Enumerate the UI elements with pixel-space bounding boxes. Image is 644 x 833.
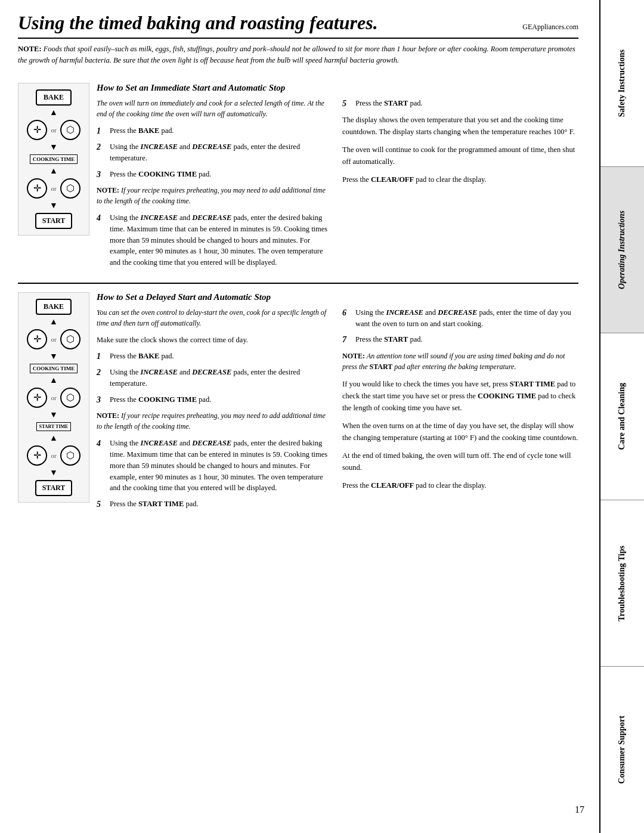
note-2-2: NOTE: An attention tone will sound if yo…	[342, 351, 578, 372]
note-1-1: NOTE: If your recipe requires preheating…	[97, 185, 333, 206]
plus-circle-1: ✛	[27, 120, 47, 140]
step-2-5: 5 Press the START TIME pad.	[97, 498, 333, 510]
right-para-1-1: The display shows the oven temperature t…	[342, 114, 578, 138]
step-2-1: 1 Press the BAKE pad.	[97, 351, 333, 363]
section2-intro: You can set the oven control to delay-st…	[97, 307, 333, 329]
plus-circle-4: ✛	[27, 388, 47, 408]
section1-intro: The oven will turn on immediately and co…	[97, 98, 333, 119]
step-2-6: 6 Using the INCREASE and DECREASE pads, …	[342, 307, 578, 330]
up-arrow-2: ▲	[49, 167, 58, 175]
minus-circle-5: ⬡	[60, 445, 80, 466]
step-1-4: 4 Using the INCREASE and DECREASE pads, …	[97, 212, 333, 268]
section-immediate-start: BAKE ▲ ✛ or ⬡ ▼ COOKING TIME ▲ ✛ or ⬡ ▼ …	[18, 76, 578, 273]
or-text-5: or	[51, 452, 56, 459]
page-title: Using the timed baking and roasting feat…	[18, 12, 378, 34]
sidebar-section-care: Care and Cleaning	[600, 333, 644, 500]
step-1-1: 1 Press the BAKE pad.	[97, 125, 333, 137]
down-arrow-3: ▼	[49, 352, 58, 361]
sidebar-label-consumer: Consumer Support	[617, 716, 627, 784]
down-arrow-1: ▼	[49, 143, 58, 151]
step-2-7: 7 Press the START pad.	[342, 334, 578, 346]
section1-title: How to Set an Immediate Start and Automa…	[97, 83, 578, 93]
right-para-2-3: At the end of timed baking, the oven wil…	[342, 450, 578, 473]
plus-circle-3: ✛	[27, 329, 47, 349]
start-button-diagram-2: START	[35, 480, 73, 496]
plus-circle-5: ✛	[27, 445, 47, 466]
main-note: NOTE: Foods that spoil easily–such as mi…	[18, 44, 578, 66]
note-label: NOTE:	[18, 45, 42, 53]
section1-body: How to Set an Immediate Start and Automa…	[97, 83, 578, 273]
bake-button-diagram: BAKE	[36, 89, 72, 106]
note-2-1: NOTE: If your recipe requires preheating…	[97, 410, 333, 432]
sidebar-section-safety: Safety Instructions	[600, 0, 644, 167]
right-para-1-3: Press the CLEAR/OFF pad to clear the dis…	[342, 174, 578, 185]
sidebar-section-operating: Operating Instructions	[600, 167, 644, 334]
make-sure-text: Make sure the clock shows the correct ti…	[97, 335, 333, 346]
up-arrow-1: ▲	[49, 109, 58, 117]
up-arrow-3: ▲	[49, 318, 58, 326]
cooking-time-diagram-2: COOKING TIME	[30, 364, 78, 373]
or-text-1: or	[51, 126, 56, 134]
arrows-row-1: ✛ or ⬡	[27, 120, 80, 140]
minus-circle-1: ⬡	[60, 120, 80, 140]
down-arrow-4: ▼	[49, 411, 58, 419]
down-arrow-5: ▼	[49, 469, 58, 477]
page-number: 17	[575, 804, 584, 815]
bake-button-diagram-2: BAKE	[36, 299, 72, 315]
or-text-4: or	[51, 394, 56, 401]
sidebar-section-troubleshooting: Troubleshooting Tips	[600, 500, 644, 667]
start-time-diagram: START TIME	[36, 422, 72, 431]
right-para-2-2: When the oven turns on at the time of da…	[342, 420, 578, 444]
arrows-row-3: ✛ or ⬡	[27, 329, 80, 349]
sidebar-label-care: Care and Cleaning	[617, 383, 627, 450]
or-text-3: or	[51, 336, 56, 343]
minus-circle-3: ⬡	[60, 329, 80, 349]
step-1-5: 5 Press the START pad.	[342, 98, 578, 110]
or-text-2: or	[51, 185, 56, 192]
up-arrow-5: ▲	[49, 434, 58, 442]
section2-title: How to Set a Delayed Start and Automatic…	[97, 292, 578, 302]
sidebar-label-operating: Operating Instructions	[617, 210, 627, 289]
up-arrow-4: ▲	[49, 376, 58, 385]
section1-cols: The oven will turn on immediately and co…	[97, 98, 578, 273]
right-para-2-1: If you would like to check the times you…	[342, 378, 578, 414]
section2-cols: You can set the oven control to delay-st…	[97, 307, 578, 515]
start-button-diagram-1: START	[35, 213, 73, 229]
right-para-1-2: The oven will continue to cook for the p…	[342, 144, 578, 168]
diagram-inner-1: BAKE ▲ ✛ or ⬡ ▼ COOKING TIME ▲ ✛ or ⬡ ▼ …	[18, 83, 89, 236]
step-2-2: 2 Using the INCREASE and DECREASE pads, …	[97, 367, 333, 389]
section2-body: How to Set a Delayed Start and Automatic…	[97, 292, 578, 515]
page-header: Using the timed baking and roasting feat…	[18, 12, 578, 39]
arrows-row-2: ✛ or ⬡	[27, 178, 80, 199]
step-1-3: 3 Press the COOKING TIME pad.	[97, 169, 333, 181]
right-sidebar: Safety Instructions Operating Instructio…	[599, 0, 644, 833]
arrows-row-5: ✛ or ⬡	[27, 445, 80, 466]
sidebar-label-safety: Safety Instructions	[617, 49, 627, 117]
diagram-delayed: BAKE ▲ ✛ or ⬡ ▼ COOKING TIME ▲ ✛ or ⬡ ▼ …	[18, 292, 89, 515]
down-arrow-2: ▼	[49, 202, 58, 210]
step-2-4: 4 Using the INCREASE and DECREASE pads, …	[97, 438, 333, 494]
section1-left: The oven will turn on immediately and co…	[97, 98, 333, 273]
minus-circle-2: ⬡	[60, 178, 80, 199]
section2-left: You can set the oven control to delay-st…	[97, 307, 333, 515]
section-delayed-start: BAKE ▲ ✛ or ⬡ ▼ COOKING TIME ▲ ✛ or ⬡ ▼ …	[18, 283, 578, 515]
cooking-time-diagram-1: COOKING TIME	[30, 154, 78, 164]
step-2-3: 3 Press the COOKING TIME pad.	[97, 394, 333, 406]
diagram-inner-2: BAKE ▲ ✛ or ⬡ ▼ COOKING TIME ▲ ✛ or ⬡ ▼ …	[18, 292, 89, 503]
plus-circle-2: ✛	[27, 178, 47, 199]
minus-circle-4: ⬡	[60, 388, 80, 408]
right-para-2-4: Press the CLEAR/OFF pad to clear the dis…	[342, 479, 578, 491]
diagram-immediate: BAKE ▲ ✛ or ⬡ ▼ COOKING TIME ▲ ✛ or ⬡ ▼ …	[18, 83, 89, 273]
sidebar-label-troubleshooting: Troubleshooting Tips	[617, 546, 627, 621]
step-1-2: 2 Using the INCREASE and DECREASE pads, …	[97, 141, 333, 164]
section2-right: 6 Using the INCREASE and DECREASE pads, …	[342, 307, 578, 515]
section1-right: 5 Press the START pad. The display shows…	[342, 98, 578, 273]
note-text: Foods that spoil easily–such as milk, eg…	[18, 45, 575, 64]
sidebar-section-consumer: Consumer Support	[600, 667, 644, 833]
arrows-row-4: ✛ or ⬡	[27, 388, 80, 408]
website: GEAppliances.com	[522, 23, 578, 34]
